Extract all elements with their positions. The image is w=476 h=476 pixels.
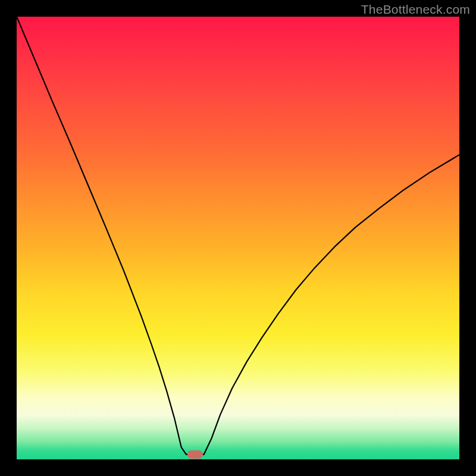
- bottleneck-curve: [17, 17, 459, 459]
- curve-path: [17, 17, 459, 455]
- optimum-marker: [187, 450, 203, 459]
- watermark-text: TheBottleneck.com: [361, 2, 470, 17]
- plot-area: [17, 17, 459, 459]
- outer-frame: TheBottleneck.com: [0, 0, 476, 476]
